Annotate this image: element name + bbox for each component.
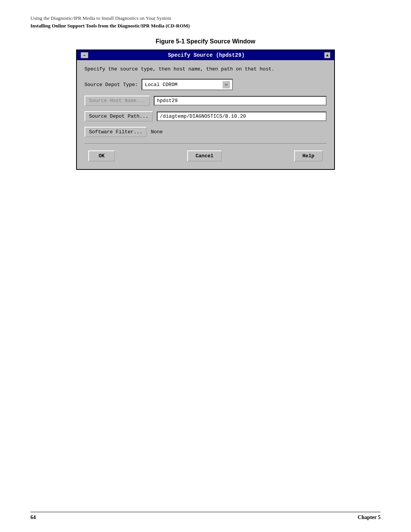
software-filter-value: None xyxy=(151,129,162,135)
button-row: OK Cancel Help xyxy=(84,149,327,163)
source-host-name-button[interactable]: Source Host Name... xyxy=(84,96,150,106)
source-depot-path-row: Source Depot Path... /diagtemp/DIAGNOSTI… xyxy=(84,111,327,121)
source-depot-type-value: Local CDROM xyxy=(145,82,221,88)
breadcrumb-line1: Using the Diagnostic/IPR Media to Instal… xyxy=(30,15,381,21)
source-depot-type-label: Source Depot Type: xyxy=(84,82,138,88)
source-depot-path-button[interactable]: Source Depot Path... xyxy=(84,111,153,121)
titlebar-close-button[interactable]: — xyxy=(81,52,88,58)
source-depot-type-dropdown[interactable]: Local CDROM ▭ xyxy=(142,79,233,90)
source-host-name-row: Source Host Name... hpdst29 xyxy=(84,96,327,106)
footer-chapter: Chapter 5 xyxy=(358,514,381,521)
page-container: Using the Diagnostic/IPR Media to Instal… xyxy=(0,0,411,532)
cancel-button[interactable]: Cancel xyxy=(187,150,222,161)
software-filter-button[interactable]: Software Filter... xyxy=(84,127,147,137)
breadcrumb-line2: Installing Online Support Tools from the… xyxy=(30,23,381,29)
source-depot-path-field[interactable]: /diagtemp/DIAGNOSTICS/B.10.20 xyxy=(157,112,327,121)
dialog-instruction: Specify the source type, then host name,… xyxy=(84,66,327,72)
page-footer: 64 Chapter 5 xyxy=(30,512,381,521)
titlebar-resize-button[interactable]: ▲ xyxy=(324,52,330,58)
software-filter-row: Software Filter... None xyxy=(84,127,327,137)
source-host-name-field[interactable]: hpdst29 xyxy=(154,96,327,105)
help-button[interactable]: Help xyxy=(294,150,323,161)
dropdown-arrow-icon[interactable]: ▭ xyxy=(222,81,230,88)
separator xyxy=(84,143,327,144)
dialog-title: Specify Source (hpdst29) xyxy=(88,52,324,58)
dialog-window: — Specify Source (hpdst29) ▲ Specify the… xyxy=(76,50,335,170)
dialog-body: Specify the source type, then host name,… xyxy=(77,60,334,169)
footer-page-number: 64 xyxy=(30,514,36,521)
dialog-titlebar: — Specify Source (hpdst29) ▲ xyxy=(77,50,334,60)
ok-button[interactable]: OK xyxy=(88,150,115,161)
source-depot-type-row: Source Depot Type: Local CDROM ▭ xyxy=(84,79,327,90)
figure-title: Figure 5-1 Specify Source Window xyxy=(30,38,381,45)
